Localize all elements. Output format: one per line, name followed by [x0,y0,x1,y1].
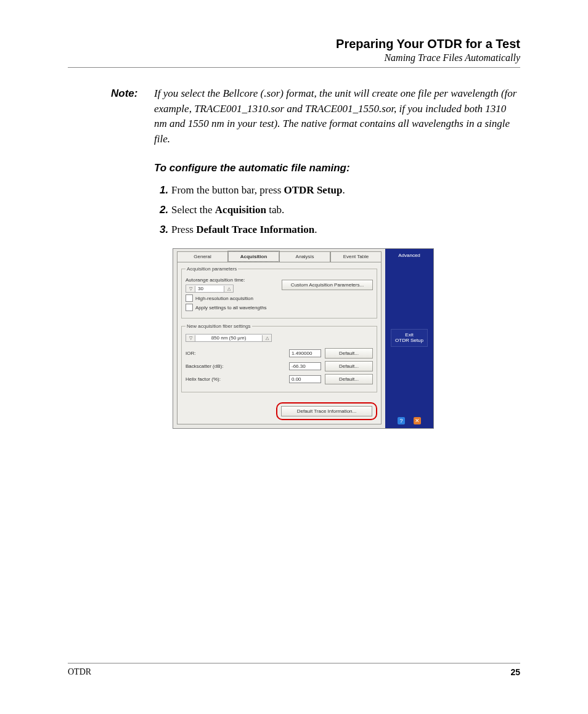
footer-rule [68,663,520,663]
note-block: Note: If you select the Bellcore (.sor) … [111,86,520,147]
triangle-down-icon[interactable]: ▽ [186,286,195,292]
side-panel: Advanced Exit OTDR Setup ? ✕ [385,249,433,428]
custom-acquisition-parameters-button[interactable]: Custom Acquisition Parameters... [282,280,373,290]
wavelength-value[interactable]: 850 nm (50 µm) [195,335,262,341]
helix-factor-field[interactable]: 0.00 [289,375,321,383]
autorange-spinner[interactable]: ▽ 30 △ [186,285,234,293]
step-3: Press Default Trace Information. [171,220,520,240]
step-3-bold: Default Trace Information [196,224,314,235]
procedure-heading: To configure the automatic file naming: [154,162,520,174]
autorange-label: Autorange acquisition time: [186,277,245,283]
exit-otdr-setup-button[interactable]: Exit OTDR Setup [391,329,428,347]
page-header-subtitle: Naming Trace Files Automatically [68,52,520,63]
backscatter-field[interactable]: -66.30 [289,362,321,370]
tab-event-table[interactable]: Event Table [330,251,382,262]
ior-field[interactable]: 1.490000 [289,349,321,357]
triangle-down-icon[interactable]: ▽ [186,335,195,341]
checkbox-icon[interactable] [186,294,193,302]
apply-all-wavelengths-label: Apply settings to all wavelengths [195,305,267,310]
page-header-title: Preparing Your OTDR for a Test [68,37,520,51]
step-2-bold: Acquisition [215,204,266,216]
procedure-steps: From the button bar, press OTDR Setup. S… [154,181,520,240]
fiber-settings-legend: New acquisition fiber settings [186,323,252,329]
ior-row: IOR: 1.490000 Default... [186,348,373,359]
step-2: Select the Acquisition tab. [171,200,520,220]
side-advanced-label[interactable]: Advanced [398,251,420,258]
tab-bar: General Acquisition Analysis Event Table [173,249,385,262]
exit-line-2: OTDR Setup [395,338,423,343]
ior-default-button[interactable]: Default... [325,348,373,359]
footer-left: OTDR [68,667,91,677]
backscatter-default-button[interactable]: Default... [325,361,373,371]
note-label: Note: [111,86,154,147]
step-2-text-a: Select the [171,204,215,216]
step-2-text-c: tab. [266,204,284,216]
triangle-up-icon[interactable]: △ [224,286,233,292]
acquisition-parameters-group: Acquisition parameters Autorange acquisi… [181,266,377,318]
triangle-up-icon[interactable]: △ [262,335,271,341]
step-3-text-a: Press [171,224,196,235]
apply-all-wavelengths-checkbox[interactable]: Apply settings to all wavelengths [186,304,373,311]
note-text: If you select the Bellcore (.sor) format… [154,86,520,147]
backscatter-label: Backscatter (dB): [186,363,223,369]
helix-factor-row: Helix factor (%): 0.00 Default... [186,374,373,384]
ior-label: IOR: [186,351,195,356]
embedded-screenshot: General Acquisition Analysis Event Table… [173,248,434,429]
autorange-value[interactable]: 30 [195,285,224,292]
step-1: From the button bar, press OTDR Setup. [171,181,520,200]
exit-line-1: Exit [405,332,413,338]
high-resolution-checkbox[interactable]: High-resolution acquisition [186,294,373,302]
tab-acquisition[interactable]: Acquisition [228,251,279,262]
wavelength-spinner[interactable]: ▽ 850 nm (50 µm) △ [186,334,272,342]
step-3-text-c: . [314,224,317,235]
helix-factor-label: Helix factor (%): [186,376,221,382]
high-resolution-label: High-resolution acquisition [195,296,253,301]
default-trace-information-button[interactable]: Default Trace Information... [281,406,372,416]
step-1-text-a: From the button bar, press [171,184,284,196]
tab-general[interactable]: General [177,251,228,262]
header-rule [68,67,520,68]
step-1-bold: OTDR Setup [284,184,343,196]
callout-highlight: Default Trace Information... [276,402,377,420]
fiber-settings-group: New acquisition fiber settings ▽ 850 nm … [181,323,377,392]
help-icon[interactable]: ? [398,417,405,424]
checkbox-icon[interactable] [186,304,193,311]
backscatter-row: Backscatter (dB): -66.30 Default... [186,361,373,371]
helix-factor-default-button[interactable]: Default... [325,374,373,384]
tab-analysis[interactable]: Analysis [279,251,330,262]
step-1-text-c: . [342,184,345,196]
close-icon[interactable]: ✕ [414,417,421,424]
acquisition-parameters-legend: Acquisition parameters [186,266,238,272]
page-number: 25 [510,667,520,677]
